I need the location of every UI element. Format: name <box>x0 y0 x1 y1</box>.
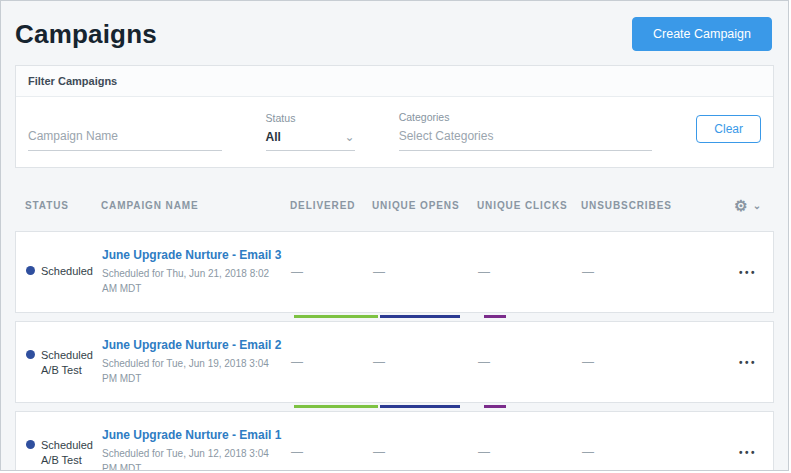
chevron-down-icon: ⌄ <box>753 201 762 211</box>
unsubscribes-value: — <box>582 355 686 369</box>
column-header-status: STATUS <box>15 200 101 211</box>
campaign-schedule-text: Scheduled for Thu, Jun 21, 2018 8:02 AM … <box>102 266 284 296</box>
unsubscribes-value: — <box>582 265 686 279</box>
delivered-bar <box>294 405 378 408</box>
chevron-down-icon: ⌄ <box>345 131 355 143</box>
table-header: STATUS CAMPAIGN NAME DELIVERED UNIQUE OP… <box>15 198 774 213</box>
status-cell: Scheduled <box>16 265 102 280</box>
status-cell: Scheduled A/B Test <box>16 349 102 376</box>
filter-panel: Filter Campaigns Status All ⌄ Categories… <box>15 65 774 168</box>
filter-fields: Status All ⌄ Categories Clear <box>16 97 773 167</box>
unsubscribes-value: — <box>582 445 686 459</box>
filter-panel-title: Filter Campaigns <box>16 66 773 97</box>
status-dot-icon <box>26 440 35 449</box>
campaign-link[interactable]: June Upgrade Nurture - Email 1 <box>102 428 285 442</box>
categories-input[interactable] <box>399 129 653 151</box>
campaign-schedule-text: Scheduled for Tue, Jun 12, 2018 3:04 PM … <box>102 446 284 471</box>
column-header-delivered: DELIVERED <box>290 200 372 211</box>
campaigns-page: Campaigns Create Campaign Filter Campaig… <box>0 0 789 471</box>
delivered-value: — <box>291 265 373 279</box>
table-row: Scheduled A/B Test June Upgrade Nurture … <box>15 411 774 471</box>
unique-opens-value: — <box>373 445 478 459</box>
campaign-link[interactable]: June Upgrade Nurture - Email 3 <box>102 248 285 262</box>
status-sub-value: A/B Test <box>41 454 102 466</box>
table-row: Scheduled A/B Test June Upgrade Nurture … <box>15 321 774 403</box>
gear-icon: ⚙ <box>734 198 748 213</box>
status-sub-value: A/B Test <box>41 364 102 376</box>
table-row: Scheduled June Upgrade Nurture - Email 3… <box>15 231 774 313</box>
campaign-link[interactable]: June Upgrade Nurture - Email 2 <box>102 338 285 352</box>
campaign-name-field <box>28 129 222 151</box>
page-header: Campaigns Create Campaign <box>1 1 788 57</box>
status-value: Scheduled <box>41 439 93 451</box>
opens-bar <box>380 405 460 408</box>
campaign-name-cell: June Upgrade Nurture - Email 3 Scheduled… <box>102 248 291 296</box>
categories-label: Categories <box>399 111 653 123</box>
create-campaign-button[interactable]: Create Campaign <box>632 17 772 51</box>
opens-bar <box>380 315 460 318</box>
page-title: Campaigns <box>15 19 157 50</box>
campaign-list: Scheduled June Upgrade Nurture - Email 3… <box>15 231 774 471</box>
column-header-unsubscribes: UNSUBSCRIBES <box>581 200 685 211</box>
clicks-bar <box>484 405 506 408</box>
unique-clicks-value: — <box>478 265 582 279</box>
delivered-value: — <box>291 355 373 369</box>
status-cell: Scheduled A/B Test <box>16 439 102 466</box>
status-value: Scheduled <box>41 265 93 277</box>
column-header-campaign-name: CAMPAIGN NAME <box>101 200 290 211</box>
status-selected-value: All <box>266 130 281 144</box>
campaign-name-cell: June Upgrade Nurture - Email 2 Scheduled… <box>102 338 291 386</box>
campaign-name-cell: June Upgrade Nurture - Email 1 Scheduled… <box>102 428 291 471</box>
clicks-bar <box>484 315 506 318</box>
status-value: Scheduled <box>41 349 93 361</box>
campaign-name-input[interactable] <box>28 129 222 151</box>
status-select[interactable]: All ⌄ <box>266 130 355 151</box>
row-menu-button[interactable]: ••• <box>739 447 773 458</box>
categories-field: Categories <box>399 111 653 151</box>
clear-filters-button[interactable]: Clear <box>696 115 761 143</box>
delivered-bar <box>294 315 378 318</box>
status-dot-icon <box>26 350 35 359</box>
status-label: Status <box>266 112 355 124</box>
campaign-schedule-text: Scheduled for Tue, Jun 19, 2018 3:04 PM … <box>102 356 284 386</box>
row-menu-button[interactable]: ••• <box>739 357 773 368</box>
unique-clicks-value: — <box>478 355 582 369</box>
unique-opens-value: — <box>373 265 478 279</box>
unique-clicks-value: — <box>478 445 582 459</box>
column-header-unique-clicks: UNIQUE CLICKS <box>477 200 581 211</box>
column-header-unique-opens: UNIQUE OPENS <box>372 200 477 211</box>
delivered-value: — <box>291 445 373 459</box>
row-menu-button[interactable]: ••• <box>739 267 773 278</box>
status-dot-icon <box>26 266 35 275</box>
unique-opens-value: — <box>373 355 478 369</box>
status-field: Status All ⌄ <box>266 112 355 151</box>
table-settings-button[interactable]: ⚙ ⌄ <box>734 198 774 213</box>
